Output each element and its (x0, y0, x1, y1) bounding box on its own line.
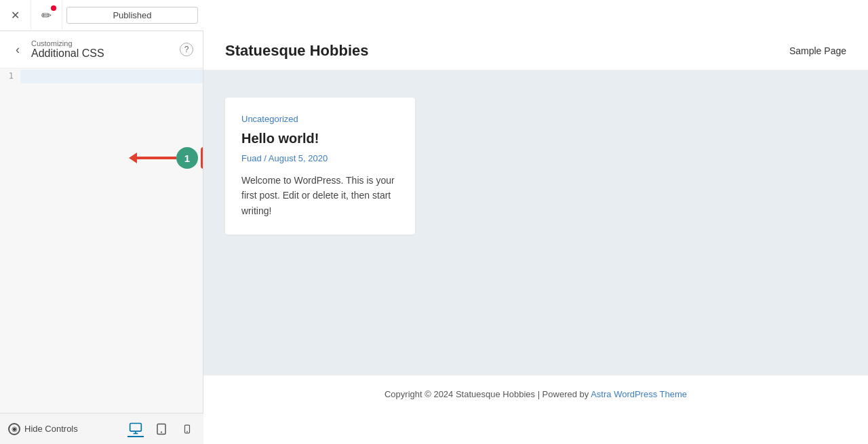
preview-content: Uncategorized Hello world! Fuad / August… (203, 70, 868, 375)
notification-dot (51, 5, 56, 11)
nav-sample-page[interactable]: Sample Page (789, 45, 846, 56)
customizing-label: Customizing (31, 39, 180, 47)
pencil-button[interactable]: ✏ (31, 0, 62, 31)
post-card: Uncategorized Hello world! Fuad / August… (225, 98, 415, 235)
sidebar-title-group: Customizing Additional CSS (31, 39, 180, 60)
close-icon: ✕ (11, 9, 20, 22)
tablet-view-button[interactable] (153, 421, 170, 437)
bottom-controls: ◉ Hide Controls (0, 413, 203, 444)
code-line-1: 1 (0, 68, 203, 85)
svg-rect-0 (130, 423, 142, 431)
post-meta: Fuad / August 5, 2020 (241, 153, 399, 163)
line-number: 1 (0, 70, 20, 81)
site-title: Statuesque Hobbies (225, 42, 368, 60)
published-button[interactable]: Published (66, 7, 198, 24)
post-date[interactable]: August 5, 2020 (269, 153, 328, 163)
annotation-tooltip: Add you CSS code here (201, 147, 203, 169)
help-button[interactable]: ? (180, 43, 193, 56)
back-button[interactable]: ‹ (9, 41, 26, 58)
post-category[interactable]: Uncategorized (241, 114, 399, 124)
footer-link[interactable]: Astra WordPress Theme (591, 389, 687, 399)
post-excerpt: Welcome to WordPress. This is your first… (241, 173, 399, 218)
annotation-overlay: 1 Add you CSS code here (136, 147, 203, 169)
annotation-badge: 1 (176, 147, 198, 169)
post-author[interactable]: Fuad (241, 153, 262, 163)
css-code-editor[interactable]: 1 1 Add you CSS code here (0, 68, 203, 413)
line-content[interactable] (20, 70, 203, 83)
section-title: Additional CSS (31, 47, 180, 60)
hide-icon: ◉ (8, 423, 20, 435)
close-button[interactable]: ✕ (0, 0, 31, 31)
back-icon: ‹ (16, 43, 20, 57)
preview-area: Statuesque Hobbies Sample Page Uncategor… (203, 31, 868, 413)
mobile-view-button[interactable] (179, 421, 195, 437)
desktop-view-button[interactable] (127, 421, 144, 437)
pencil-icon: ✏ (41, 8, 52, 23)
hide-controls-label: Hide Controls (24, 424, 78, 434)
post-title: Hello world! (241, 131, 399, 146)
device-switcher (127, 421, 195, 437)
preview-footer: Copyright © 2024 Statuesque Hobbies | Po… (203, 375, 868, 413)
annotation-arrow (136, 157, 176, 159)
hide-controls-button[interactable]: ◉ Hide Controls (8, 423, 127, 435)
preview-header: Statuesque Hobbies Sample Page (203, 31, 868, 70)
sidebar-header: ‹ Customizing Additional CSS ? (0, 31, 203, 68)
footer-text: Copyright © 2024 Statuesque Hobbies | Po… (384, 389, 591, 399)
